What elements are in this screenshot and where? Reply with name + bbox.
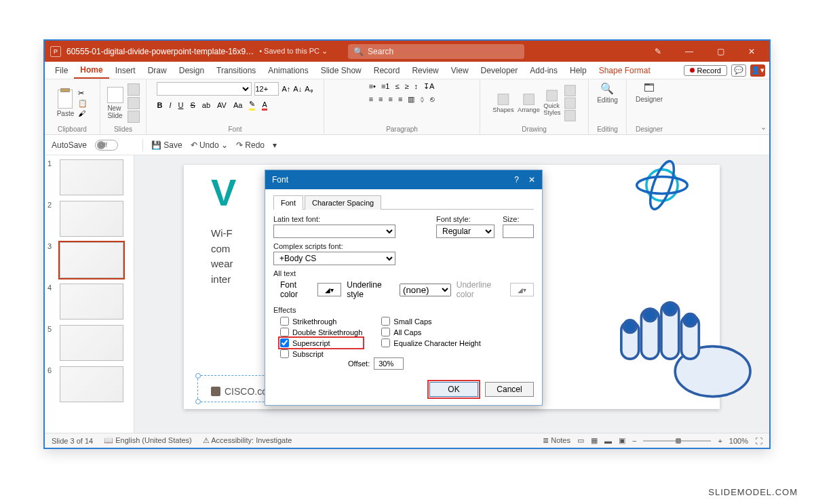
notes-toggle[interactable]: ≣ Notes — [543, 436, 570, 445]
view-normal-icon[interactable]: ▭ — [577, 436, 584, 445]
shadow-button[interactable]: ab — [202, 101, 210, 109]
align-left-icon[interactable]: ≡ — [369, 95, 373, 104]
tab-record[interactable]: Record — [368, 63, 406, 78]
editing-button[interactable]: 🔍Editing — [597, 82, 618, 104]
zoom-in-icon[interactable]: + — [718, 437, 722, 445]
align-center-icon[interactable]: ≡ — [379, 95, 383, 104]
quickstyles-button[interactable]: Quick Styles — [543, 90, 560, 117]
thumb-4[interactable] — [60, 284, 123, 319]
complex-font-select[interactable]: +Body CS — [273, 252, 395, 265]
view-reading-icon[interactable]: ▬ — [604, 437, 612, 445]
indent-dec-icon[interactable]: ≤ — [395, 82, 399, 91]
indent-inc-icon[interactable]: ≥ — [405, 82, 409, 91]
qat-overflow[interactable]: ▾ — [273, 140, 277, 150]
underlinestyle-select[interactable]: (none) — [400, 284, 451, 296]
thumb-2[interactable] — [60, 201, 123, 237]
grow-font-icon[interactable]: A↑ — [282, 85, 290, 93]
tab-slideshow[interactable]: Slide Show — [315, 63, 368, 78]
fontstyle-select[interactable]: Regular — [436, 225, 495, 238]
strike-check[interactable]: Strikethrough — [280, 317, 362, 326]
tab-transitions[interactable]: Transitions — [210, 63, 262, 78]
tab-help[interactable]: Help — [564, 63, 593, 78]
shapes-button[interactable]: Shapes — [492, 94, 513, 113]
thumb-3[interactable] — [60, 242, 123, 278]
justify-icon[interactable]: ≡ — [398, 95, 402, 104]
tab-animations[interactable]: Animations — [262, 63, 314, 78]
dialog-tab-font[interactable]: Font — [273, 195, 303, 210]
shrink-font-icon[interactable]: A↓ — [293, 85, 302, 93]
size-input[interactable] — [503, 225, 534, 238]
cancel-button[interactable]: Cancel — [485, 382, 534, 397]
dialog-tab-spacing[interactable]: Character Spacing — [305, 195, 381, 210]
line-spacing-icon[interactable]: ↕ — [414, 82, 419, 91]
tab-view[interactable]: View — [445, 63, 475, 78]
minimize-button[interactable]: — — [677, 47, 701, 56]
zoom-value[interactable]: 100% — [729, 437, 748, 445]
numbering-icon[interactable]: ≡1 — [381, 82, 390, 91]
reset-icon[interactable] — [128, 97, 140, 109]
allcaps-check[interactable]: All Caps — [381, 328, 480, 336]
font-size-input[interactable] — [254, 82, 279, 96]
offset-input[interactable] — [374, 357, 404, 370]
arrange-button[interactable]: Arrange — [518, 94, 540, 113]
case-button[interactable]: Aa — [233, 101, 242, 109]
search-box[interactable]: 🔍 Search — [348, 44, 524, 59]
tab-developer[interactable]: Developer — [475, 63, 524, 78]
new-slide-button[interactable]: New Slide — [107, 87, 123, 119]
designer-button[interactable]: 🗔Designer — [636, 82, 663, 103]
record-button[interactable]: Record — [684, 65, 727, 76]
copy-icon[interactable]: 📋 — [78, 99, 88, 108]
redo-button[interactable]: ↷ Redo — [236, 140, 265, 150]
clear-format-icon[interactable]: Aᵩ — [305, 85, 313, 94]
close-button[interactable]: ✕ — [739, 47, 764, 56]
fill-icon[interactable] — [564, 85, 576, 96]
tab-addins[interactable]: Add-ins — [524, 63, 564, 78]
tab-shapeformat[interactable]: Shape Format — [593, 63, 657, 78]
dialog-titlebar[interactable]: Font ? ✕ — [265, 170, 542, 189]
text-direction-icon[interactable]: ↧A — [423, 82, 434, 91]
strike-button[interactable]: S — [190, 101, 195, 109]
section-icon[interactable] — [128, 111, 140, 123]
smallcaps-check[interactable]: Small Caps — [381, 317, 480, 326]
share-button[interactable]: 👤▾ — [750, 64, 765, 77]
spacing-button[interactable]: AV — [217, 101, 227, 109]
tab-home[interactable]: Home — [74, 62, 109, 79]
fontcolor-button[interactable]: ◢▾ — [317, 283, 341, 296]
view-sorter-icon[interactable]: ▦ — [591, 436, 598, 445]
equalize-check[interactable]: Equalize Character Height — [381, 338, 480, 347]
font-color-button[interactable]: A — [262, 100, 267, 111]
thumb-6[interactable] — [60, 366, 123, 402]
smartart-icon[interactable]: ⎋ — [430, 95, 435, 104]
maximize-button[interactable]: ▢ — [708, 47, 733, 56]
view-slideshow-icon[interactable]: ▣ — [619, 436, 625, 445]
ok-button[interactable]: OK — [429, 382, 478, 397]
italic-button[interactable]: I — [169, 101, 171, 109]
thumb-1[interactable] — [60, 159, 123, 195]
paste-button[interactable]: Paste — [57, 90, 75, 117]
dialog-close-icon[interactable]: ✕ — [528, 175, 535, 185]
comments-button[interactable]: 💬 — [731, 64, 746, 77]
zoom-slider[interactable] — [643, 440, 711, 442]
highlight-button[interactable]: ✎ — [249, 100, 255, 111]
latin-font-select[interactable] — [273, 225, 395, 238]
effects-icon[interactable] — [564, 110, 576, 121]
font-family-select[interactable] — [157, 82, 252, 96]
save-button[interactable]: 💾 Save — [151, 140, 182, 150]
bold-button[interactable]: B — [157, 101, 162, 109]
align-text-icon[interactable]: ⎀ — [420, 95, 425, 104]
tab-design[interactable]: Design — [173, 63, 210, 78]
language-status[interactable]: 📖 English (United States) — [104, 436, 192, 445]
dblstrike-check[interactable]: Double Strikethrough — [280, 328, 362, 336]
subscript-check[interactable]: Subscript — [280, 349, 362, 358]
outline-icon[interactable] — [564, 98, 576, 109]
tab-review[interactable]: Review — [406, 63, 444, 78]
layout-icon[interactable] — [128, 83, 140, 96]
tab-insert[interactable]: Insert — [109, 63, 142, 78]
cut-icon[interactable]: ✂ — [78, 89, 88, 98]
tab-draw[interactable]: Draw — [142, 63, 173, 78]
dialog-help-icon[interactable]: ? — [514, 175, 519, 185]
slide-counter[interactable]: Slide 3 of 14 — [52, 437, 93, 445]
undo-button[interactable]: ↶ Undo ⌄ — [191, 140, 228, 150]
ribbon-mode-icon[interactable]: ✎ — [646, 47, 670, 56]
tab-file[interactable]: File — [49, 63, 74, 78]
